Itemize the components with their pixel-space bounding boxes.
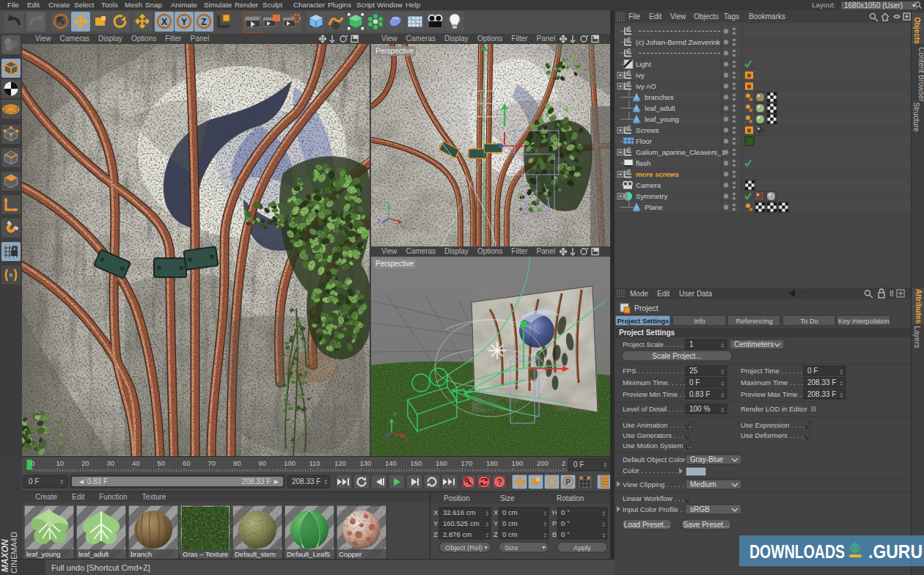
svg-text:Galium_aparine_Cleavers_1: Galium_aparine_Cleavers_1: [636, 148, 725, 156]
svg-text:0: 0: [628, 37, 631, 42]
svg-text:ivy AO: ivy AO: [636, 82, 656, 90]
svg-text:X: X: [433, 508, 439, 516]
svg-text:Edit: Edit: [657, 290, 670, 298]
svg-text:0.83 F: 0.83 F: [689, 390, 710, 398]
svg-text:Centimeters: Centimeters: [734, 340, 774, 348]
svg-text:Preview Max Time . .: Preview Max Time . .: [741, 390, 805, 398]
svg-text:X: X: [494, 508, 499, 516]
svg-text:0 °: 0 °: [561, 519, 570, 527]
svg-text:branch: branch: [131, 550, 152, 558]
svg-text:Z: Z: [494, 530, 498, 538]
svg-text:Bookmarks: Bookmarks: [749, 12, 785, 21]
svg-text:Use Animation . . . . . .: Use Animation . . . . . .: [623, 421, 691, 429]
svg-text:FPS . . . . . . . . . . . . .: FPS . . . . . . . . . . . . . . .: [623, 367, 694, 375]
svg-text:branches: branches: [645, 93, 674, 101]
svg-text:ivy: ivy: [636, 71, 645, 79]
svg-text:0 F: 0 F: [573, 461, 584, 469]
svg-text:Perspective: Perspective: [375, 47, 414, 55]
svg-text:130: 130: [360, 459, 372, 467]
svg-text:Maximum Time . . . .: Maximum Time . . . .: [741, 378, 804, 387]
svg-text:Size: Size: [500, 494, 515, 502]
svg-text:80: 80: [233, 459, 241, 467]
svg-text:0 cm: 0 cm: [502, 519, 518, 527]
svg-text:Referencing: Referencing: [736, 318, 772, 325]
svg-text:2.876 cm: 2.876 cm: [443, 530, 472, 538]
svg-text:8: 8: [890, 290, 894, 298]
svg-text:‡: ‡: [543, 532, 546, 538]
svg-text:0: 0: [628, 26, 631, 31]
svg-text:View Clipping . . . . . .: View Clipping . . . . . .: [623, 480, 688, 488]
svg-text:0: 0: [628, 147, 631, 152]
svg-text:Position: Position: [444, 494, 470, 502]
svg-text:0 cm: 0 cm: [502, 530, 518, 538]
svg-text:Object (Rel): Object (Rel): [445, 543, 483, 552]
svg-text:Input Color Profile . .: Input Color Profile . .: [623, 505, 686, 513]
svg-text:Default_stem: Default_stem: [235, 550, 276, 558]
svg-text:Render LOD in Editor: Render LOD in Editor: [741, 405, 807, 413]
svg-text:70: 70: [208, 459, 216, 467]
svg-text:Y: Y: [494, 519, 499, 527]
svg-text:Screws: Screws: [636, 126, 659, 134]
svg-text:leaf_young: leaf_young: [26, 550, 60, 558]
svg-text:sRGB: sRGB: [690, 505, 710, 513]
svg-text:Perspective: Perspective: [375, 260, 414, 268]
svg-text:0: 0: [628, 125, 631, 130]
svg-text:B: B: [552, 530, 557, 538]
svg-text:Symmetry: Symmetry: [636, 192, 667, 200]
svg-text:DOWNLOADS: DOWNLOADS: [749, 541, 845, 563]
svg-text:0 F: 0 F: [29, 477, 39, 486]
svg-text:‡: ‡: [840, 380, 843, 387]
svg-text:160: 160: [436, 459, 447, 467]
svg-text:‡: ‡: [721, 392, 724, 398]
svg-text:0: 0: [31, 459, 34, 467]
svg-text:Use Generators . . . .: Use Generators . . . .: [623, 431, 687, 439]
svg-text:Mode: Mode: [630, 290, 648, 298]
svg-text:208.33 F: 208.33 F: [807, 378, 836, 387]
svg-text:100: 100: [284, 459, 296, 467]
svg-text:‡: ‡: [60, 478, 63, 485]
svg-text:110: 110: [309, 459, 320, 467]
svg-text:60: 60: [183, 459, 191, 467]
svg-text:180: 180: [486, 459, 498, 467]
svg-text:Save Preset...: Save Preset...: [683, 521, 730, 529]
svg-text:Color . . . . . . . . . . .: Color . . . . . . . . . . .: [623, 466, 682, 475]
svg-text:‡: ‡: [324, 478, 327, 485]
svg-text:Gray-Blue: Gray-Blue: [690, 455, 723, 464]
svg-text:Rotation: Rotation: [557, 494, 584, 502]
svg-text:Minimum Time. . . . . .: Minimum Time. . . . . .: [623, 378, 689, 387]
svg-text:X: X: [404, 436, 408, 443]
svg-text:200: 200: [537, 459, 549, 467]
svg-text:File: File: [628, 12, 641, 21]
svg-text:P: P: [565, 478, 571, 486]
svg-text:25: 25: [689, 367, 698, 375]
svg-text:0 °: 0 °: [561, 508, 570, 516]
svg-text:flash: flash: [636, 159, 650, 167]
svg-text:leaf_adult: leaf_adult: [78, 550, 109, 558]
svg-text:leaf_young: leaf_young: [645, 115, 679, 123]
svg-text:Project Time . . . . . . .: Project Time . . . . . . .: [741, 367, 807, 375]
svg-text:?: ?: [497, 477, 502, 486]
svg-text:100 %: 100 %: [689, 405, 710, 413]
svg-text:Scale Project...: Scale Project...: [652, 352, 701, 360]
svg-text:more screws: more screws: [636, 170, 679, 178]
svg-text:2: 2: [562, 459, 565, 467]
svg-text:1: 1: [689, 340, 694, 348]
svg-text:‡: ‡: [485, 521, 488, 527]
svg-text:To Do: To Do: [800, 318, 818, 325]
svg-text:X: X: [161, 17, 167, 27]
svg-text:Y: Y: [433, 519, 439, 527]
svg-text:‡: ‡: [485, 510, 488, 516]
svg-text:Info: Info: [694, 318, 705, 325]
svg-text:Use Deformers . . . . .: Use Deformers . . . . .: [741, 431, 807, 439]
svg-text:‡: ‡: [840, 392, 843, 398]
svg-text:‡: ‡: [721, 368, 724, 375]
svg-text:H: H: [552, 508, 557, 516]
svg-text:140: 140: [385, 459, 397, 467]
svg-text:Project Scale . . . . . . .: Project Scale . . . . . . .: [623, 340, 691, 348]
svg-text:Copper: Copper: [339, 550, 362, 558]
svg-text:208.33 F: 208.33 F: [292, 477, 320, 486]
svg-text:Gras – Texture: Gras – Texture: [183, 550, 228, 558]
svg-text:CINEMA4D: CINEMA4D: [10, 532, 18, 574]
svg-text:150: 150: [411, 459, 422, 467]
svg-text:20: 20: [81, 459, 89, 467]
